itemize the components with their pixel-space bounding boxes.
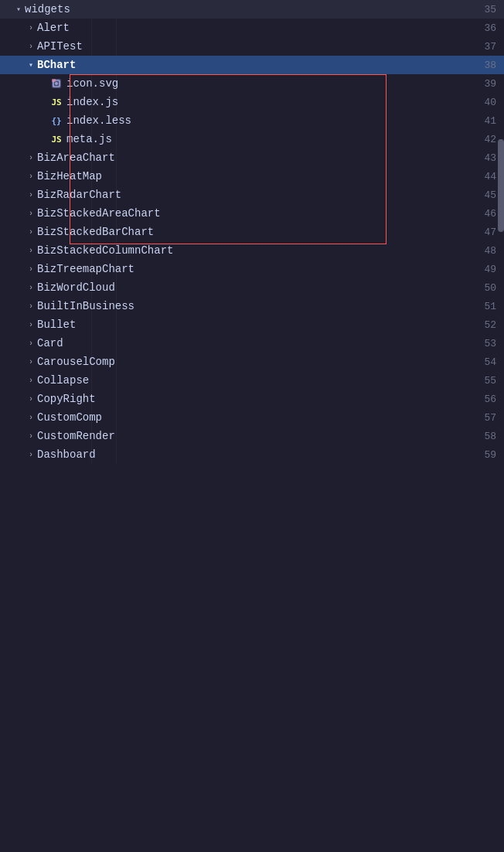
line-num-customcomp: 57 (478, 412, 496, 424)
chevron-builtinbusiness: › (25, 300, 37, 312)
tree-row-alert[interactable]: › Alert 36 (0, 19, 504, 37)
line-num-bizstackedbarchart: 47 (478, 227, 496, 238)
svg-icon-glyph (51, 78, 62, 89)
tree-row-customcomp[interactable]: › CustomComp 57 (0, 408, 504, 427)
label-bizradarchart: BizRadarChart (37, 189, 121, 201)
chevron-widgets: ▾ (12, 3, 25, 15)
tree-row-collapse[interactable]: › Collapse 55 (0, 371, 504, 390)
label-icon-svg: icon.svg (66, 77, 118, 90)
tree-row-widgets[interactable]: ▾ widgets 35 (0, 0, 504, 19)
chevron-bizheatmap: › (25, 170, 37, 182)
label-bizareachart: BizAreaChart (37, 152, 115, 164)
label-carouselcomp: CarouselComp (37, 356, 115, 368)
tree-row-carouselcomp[interactable]: › CarouselComp 54 (0, 353, 504, 371)
tree-row-bizstackedareachart[interactable]: › BizStackedAreaChart 46 (0, 204, 504, 223)
line-num-builtinbusiness: 51 (478, 301, 496, 312)
label-bizheatmap: BizHeatMap (37, 170, 102, 182)
tree-row-icon-svg[interactable]: icon.svg 39 (0, 74, 504, 93)
svg-rect-3 (52, 79, 56, 82)
chevron-bullet: › (25, 319, 37, 331)
label-meta-js: meta.js (66, 133, 112, 145)
tree-row-index-less[interactable]: {} index.less 41 (0, 111, 504, 130)
label-bizstackedbarchart: BizStackedBarChart (37, 226, 154, 238)
chevron-collapse: › (25, 374, 37, 387)
tree-row-bchart[interactable]: ▾ BChart 38 (0, 56, 504, 74)
chevron-bizwordcloud: › (25, 281, 37, 294)
tree-row-bizheatmap[interactable]: › BizHeatMap 44 (0, 167, 504, 186)
label-bizwordcloud: BizWordCloud (37, 281, 115, 294)
tree-row-customrender[interactable]: › CustomRender 58 (0, 427, 504, 445)
js-file-icon-meta: JS (49, 133, 63, 145)
line-num-bizheatmap: 44 (478, 171, 496, 182)
chevron-copyright: › (25, 393, 37, 405)
tree-row-bizareachart[interactable]: › BizAreaChart 43 (0, 148, 504, 167)
tree-row-bizstackedbarchart[interactable]: › BizStackedBarChart 47 (0, 223, 504, 241)
tree-row-bizradarchart[interactable]: › BizRadarChart 45 (0, 186, 504, 204)
chevron-bizstackedbarchart: › (25, 226, 37, 238)
chevron-customrender: › (25, 430, 37, 442)
label-builtinbusiness: BuiltInBusiness (37, 300, 135, 312)
line-num-dashboard: 59 (478, 449, 496, 461)
chevron-alert: › (25, 22, 37, 34)
tree-row-bizwordcloud[interactable]: › BizWordCloud 50 (0, 278, 504, 297)
line-num-icon-svg: 39 (478, 78, 496, 90)
line-num-bizstackedcolumnchart: 48 (478, 245, 496, 257)
line-num-bizstackedareachart: 46 (478, 208, 496, 220)
line-num-biztreemapchart: 49 (478, 264, 496, 275)
label-card: Card (37, 337, 63, 349)
label-bchart: BChart (37, 59, 76, 71)
tree-row-card[interactable]: › Card 53 (0, 334, 504, 353)
line-num-bchart: 38 (478, 60, 496, 71)
label-customcomp: CustomComp (37, 411, 102, 424)
line-num-widgets: 35 (478, 4, 496, 15)
label-bizstackedcolumnchart: BizStackedColumnChart (37, 244, 173, 257)
line-num-index-less: 41 (478, 115, 496, 127)
label-apitest: APITest (37, 40, 83, 53)
label-widgets: widgets (25, 3, 70, 15)
label-biztreemapchart: BizTreemapChart (37, 263, 135, 275)
line-num-collapse: 55 (478, 375, 496, 387)
chevron-card: › (25, 337, 37, 349)
line-num-meta-js: 42 (478, 134, 496, 145)
chevron-carouselcomp: › (25, 356, 37, 368)
chevron-biztreemapchart: › (25, 263, 37, 275)
svg-file-icon (49, 77, 63, 90)
line-num-customrender: 58 (478, 431, 496, 442)
line-num-apitest: 37 (478, 41, 496, 53)
chevron-customcomp: › (25, 411, 37, 424)
line-num-alert: 36 (478, 22, 496, 34)
tree-row-dashboard[interactable]: › Dashboard 59 (0, 445, 504, 464)
less-file-icon: {} (49, 114, 63, 127)
tree-row-copyright[interactable]: › CopyRight 56 (0, 390, 504, 408)
line-num-index-js: 40 (478, 97, 496, 108)
label-customrender: CustomRender (37, 430, 115, 442)
chevron-bizstackedareachart: › (25, 207, 37, 220)
line-num-bizradarchart: 45 (478, 189, 496, 201)
label-index-js: index.js (66, 96, 118, 108)
tree-row-meta-js[interactable]: JS meta.js 42 (0, 130, 504, 148)
chevron-bizradarchart: › (25, 189, 37, 201)
chevron-bchart: ▾ (25, 59, 37, 71)
label-collapse: Collapse (37, 374, 89, 387)
tree-row-apitest[interactable]: › APITest 37 (0, 37, 504, 56)
tree-row-bizstackedcolumnchart[interactable]: › BizStackedColumnChart 48 (0, 241, 504, 260)
line-num-copyright: 56 (478, 394, 496, 405)
svg-point-2 (55, 82, 58, 85)
chevron-bizstackedcolumnchart: › (25, 244, 37, 257)
js-file-icon-index: JS (49, 96, 63, 108)
label-copyright: CopyRight (37, 393, 96, 405)
tree-row-builtinbusiness[interactable]: › BuiltInBusiness 51 (0, 297, 504, 315)
line-num-card: 53 (478, 338, 496, 349)
label-bullet: Bullet (37, 319, 76, 331)
line-num-carouselcomp: 54 (478, 356, 496, 368)
file-tree: ▾ widgets 35 › Alert 36 › APITest 37 ▾ B… (0, 0, 504, 464)
tree-row-bullet[interactable]: › Bullet 52 (0, 315, 504, 334)
label-dashboard: Dashboard (37, 448, 96, 461)
line-num-bullet: 52 (478, 319, 496, 331)
line-num-bizwordcloud: 50 (478, 282, 496, 294)
label-index-less: index.less (66, 114, 131, 127)
tree-row-biztreemapchart[interactable]: › BizTreemapChart 49 (0, 260, 504, 278)
chevron-apitest: › (25, 40, 37, 53)
line-num-bizareachart: 43 (478, 152, 496, 164)
tree-row-index-js[interactable]: JS index.js 40 (0, 93, 504, 111)
